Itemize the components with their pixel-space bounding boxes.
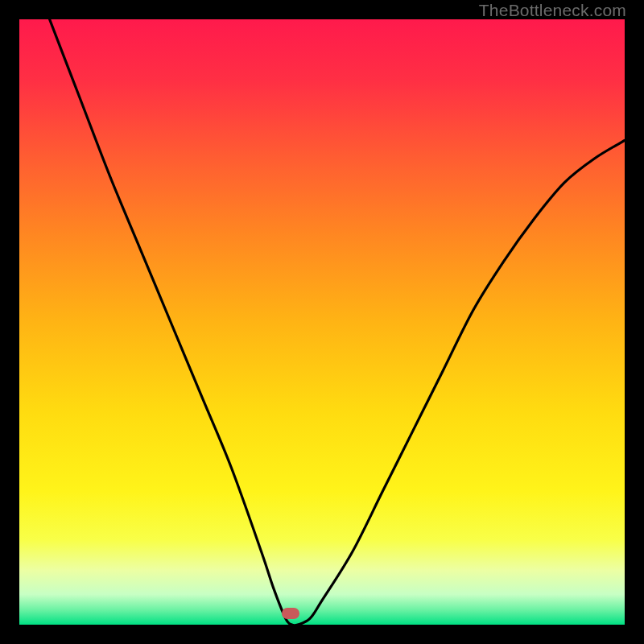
bottleneck-curve [19, 19, 625, 625]
plot-area [19, 19, 625, 625]
chart-frame: TheBottleneck.com [0, 0, 644, 644]
watermark-text: TheBottleneck.com [479, 1, 626, 20]
selected-point-marker [282, 608, 299, 619]
